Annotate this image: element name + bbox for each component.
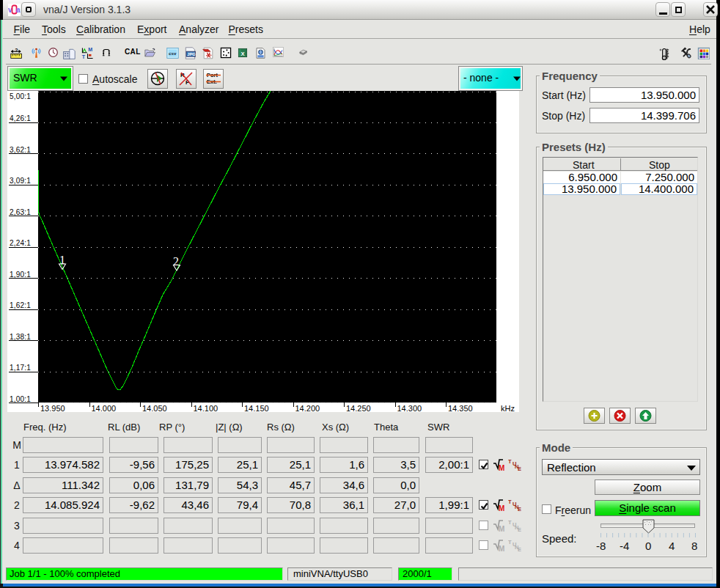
svg-text:E: E — [518, 546, 521, 552]
svg-text:T: T — [508, 519, 512, 526]
svg-text:1: 1 — [59, 254, 65, 266]
svg-text:E: E — [518, 526, 521, 532]
svg-text:2: 2 — [173, 255, 179, 268]
svg-text:JPG: JPG — [187, 52, 196, 56]
svg-text:M: M — [499, 504, 504, 512]
svg-text:?: ? — [15, 48, 18, 53]
svg-text:E: E — [518, 466, 521, 471]
svg-text:T: T — [82, 54, 86, 59]
svg-text:a: a — [16, 6, 21, 14]
svg-text:csv: csv — [169, 51, 177, 56]
svg-text:M: M — [499, 525, 504, 532]
svg-text:T: T — [508, 499, 512, 505]
svg-text:T: T — [508, 539, 512, 545]
svg-text:M: M — [88, 47, 92, 53]
svg-text:M: M — [499, 464, 504, 471]
svg-text:M: M — [499, 545, 504, 552]
svg-text:T: T — [508, 458, 512, 465]
svg-text:X: X — [240, 51, 245, 57]
svg-text:E: E — [518, 506, 521, 512]
